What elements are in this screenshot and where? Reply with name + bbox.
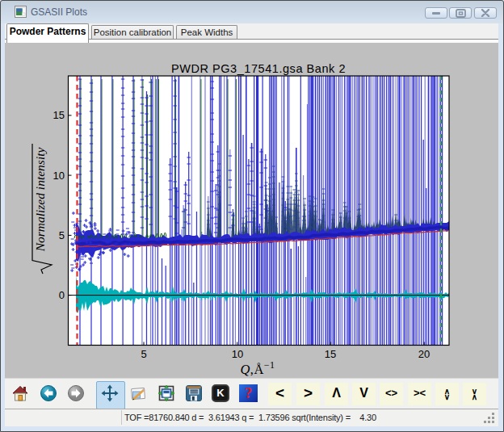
svg-text:10: 10 bbox=[232, 348, 243, 360]
svg-text:15: 15 bbox=[325, 348, 336, 360]
svg-text:Normalized intensity: Normalized intensity bbox=[33, 148, 47, 253]
svg-text:15: 15 bbox=[53, 109, 65, 121]
svg-text:0: 0 bbox=[59, 289, 65, 301]
svg-text:10: 10 bbox=[53, 170, 65, 182]
svg-text:20: 20 bbox=[418, 348, 430, 360]
svg-text:5: 5 bbox=[59, 229, 65, 241]
svg-text:PWDR PG3_17541.gsa Bank 2: PWDR PG3_17541.gsa Bank 2 bbox=[171, 62, 346, 75]
svg-text:5: 5 bbox=[141, 348, 146, 360]
